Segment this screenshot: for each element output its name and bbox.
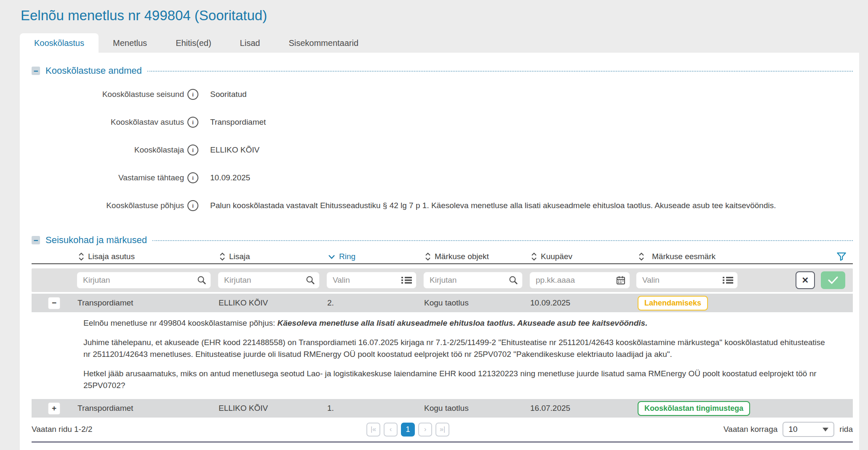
check-icon bbox=[828, 276, 839, 284]
column-label: Märkuse objekt bbox=[435, 252, 489, 261]
filter-cell-lisaja bbox=[217, 272, 326, 289]
first-page-button[interactable]: |« bbox=[366, 423, 380, 437]
cell-ring: 2. bbox=[326, 298, 422, 308]
field-tahtaeg: Vastamise tähtaeg i 10.09.2025 bbox=[32, 164, 853, 192]
filter-cell-ring bbox=[326, 272, 422, 289]
section-header-andmed: − Kooskõlastuse andmed bbox=[32, 64, 853, 77]
calendar-icon[interactable] bbox=[616, 276, 625, 285]
column-label: Märkuse eesmärk bbox=[652, 252, 716, 261]
collapse-row-button[interactable]: − bbox=[48, 297, 60, 309]
per-page-label: Vaatan korraga bbox=[724, 425, 778, 434]
page-title: Eelnõu menetlus nr 499804 (Sooritatud) bbox=[21, 8, 267, 24]
cell-kuupaev: 10.09.2025 bbox=[529, 298, 636, 308]
field-seisund: Kooskõlastuse seisund i Sooritatud bbox=[32, 80, 853, 108]
per-page-select[interactable]: 10 bbox=[783, 422, 834, 437]
page-buttons: |« ‹ 1 › »| bbox=[92, 423, 723, 437]
info-icon[interactable]: i bbox=[187, 117, 198, 128]
info-icon[interactable]: i bbox=[187, 172, 198, 183]
sort-icon bbox=[78, 252, 84, 261]
status-badge: Lahendamiseks bbox=[638, 296, 708, 311]
search-icon bbox=[197, 276, 206, 285]
section-title-seisukohad: Seisukohad ja märkused bbox=[45, 235, 147, 246]
column-header-lisaja[interactable]: Lisaja bbox=[217, 252, 326, 261]
column-header-markuse-eesmark[interactable]: Märkuse eesmärk bbox=[636, 251, 853, 262]
filter-cell-kuupaev bbox=[529, 272, 636, 289]
detail-paragraph-2: Juhime tähelepanu, et akuseade (EHR kood… bbox=[83, 337, 834, 360]
cell-lisaja: ELLIKO KÕIV bbox=[217, 298, 326, 308]
detail-paragraph-1: Eelnõu menetluse nr 499804 kooskõlastami… bbox=[83, 317, 834, 329]
column-label: Ring bbox=[339, 252, 355, 261]
sort-desc-icon bbox=[328, 254, 335, 260]
filter-input-kuupaev[interactable] bbox=[529, 272, 630, 289]
status-badge: Kooskõlastan tingimustega bbox=[638, 401, 750, 416]
field-label: Kooskõlastuse seisund bbox=[32, 90, 184, 99]
field-pohjus: Kooskõlastuse põhjus i Palun kooskõlasta… bbox=[32, 192, 853, 220]
pagination-bar: Vaatan ridu 1-2/2 |« ‹ 1 › »| Vaatan kor… bbox=[32, 421, 853, 438]
filter-input-lisaja-asutus[interactable] bbox=[77, 272, 211, 289]
column-header-markuse-objekt[interactable]: Märkuse objekt bbox=[422, 252, 529, 261]
per-page-controls: Vaatan korraga 10 rida bbox=[724, 422, 853, 437]
clear-filters-button[interactable]: ✕ bbox=[796, 271, 815, 289]
filter-icon[interactable] bbox=[836, 251, 847, 262]
sort-icon bbox=[425, 252, 431, 261]
section-dotted-divider bbox=[147, 71, 853, 72]
tab-lisad[interactable]: Lisad bbox=[226, 33, 275, 53]
info-icon[interactable]: i bbox=[187, 200, 198, 211]
tab-menetlus[interactable]: Menetlus bbox=[99, 33, 161, 53]
chevron-down-icon bbox=[823, 428, 828, 431]
info-icon[interactable]: i bbox=[187, 89, 198, 100]
tab-bar: Kooskõlastus Menetlus Ehitis(ed) Lisad S… bbox=[20, 33, 373, 53]
list-icon[interactable] bbox=[401, 276, 412, 284]
field-value: ELLIKO KÕIV bbox=[210, 145, 259, 155]
cell-kuupaev: 16.07.2025 bbox=[529, 404, 636, 413]
last-page-button[interactable]: »| bbox=[435, 423, 449, 437]
collapse-icon[interactable]: − bbox=[32, 67, 40, 75]
filter-cell-markuse-objekt bbox=[422, 272, 529, 289]
field-label: Vastamise tähtaeg bbox=[32, 173, 184, 182]
cell-markuse-eesmark: Lahendamiseks bbox=[636, 296, 853, 311]
filter-cell-lisaja-asutus bbox=[76, 272, 217, 289]
remarks-table-header: Lisaja asutus Lisaja Ring Märkuse objekt… bbox=[32, 250, 853, 264]
column-header-kuupaev[interactable]: Kuupäev bbox=[529, 252, 636, 261]
prev-page-button[interactable]: ‹ bbox=[384, 423, 398, 437]
remarks-filter-row: ✕ bbox=[32, 268, 853, 292]
expand-row-button[interactable]: + bbox=[48, 403, 60, 414]
field-value: Transpordiamet bbox=[210, 118, 266, 127]
next-page-button[interactable]: › bbox=[418, 423, 432, 437]
tab-kooskolastus[interactable]: Kooskõlastus bbox=[20, 33, 99, 53]
info-icon[interactable]: i bbox=[187, 145, 198, 155]
list-icon[interactable] bbox=[723, 276, 733, 284]
filter-input-markuse-objekt[interactable] bbox=[423, 272, 523, 289]
detail-paragraph-3: Hetkel jääb arusaamatuks, miks on antud … bbox=[83, 368, 834, 391]
collapse-icon[interactable]: − bbox=[32, 236, 40, 244]
remark-row-1: − Transpordiamet ELLIKO KÕIV 2. Kogu tao… bbox=[32, 294, 853, 312]
cell-markuse-eesmark: Kooskõlastan tingimustega bbox=[636, 401, 853, 416]
filter-cell-markuse-eesmark: ✕ bbox=[636, 271, 853, 289]
field-label: Kooskõlastav asutus bbox=[32, 118, 184, 127]
sort-icon bbox=[638, 252, 644, 261]
tab-ehitised[interactable]: Ehitis(ed) bbox=[161, 33, 225, 53]
cell-lisaja: ELLIKO KÕIV bbox=[217, 404, 326, 413]
remark-row-1-details: Eelnõu menetluse nr 499804 kooskõlastami… bbox=[32, 312, 853, 397]
filter-input-lisaja[interactable] bbox=[218, 272, 320, 289]
section-dotted-divider bbox=[152, 240, 853, 241]
section-header-seisukohad: − Seisukohad ja märkused bbox=[32, 234, 853, 246]
andmed-fields: Kooskõlastuse seisund i Sooritatud Koosk… bbox=[32, 80, 853, 220]
per-page-suffix: rida bbox=[839, 425, 853, 434]
field-value: Palun kooskõlastada vastavalt Ehitussead… bbox=[210, 201, 776, 210]
current-page-button[interactable]: 1 bbox=[401, 423, 415, 437]
field-value: Sooritatud bbox=[210, 90, 247, 99]
column-label: Lisaja bbox=[229, 252, 250, 261]
column-label: Lisaja asutus bbox=[88, 252, 135, 261]
rows-info-text: Vaatan ridu 1-2/2 bbox=[32, 425, 92, 434]
field-label: Kooskõlastaja bbox=[32, 145, 184, 155]
cell-markuse-objekt: Kogu taotlus bbox=[422, 404, 529, 413]
tab-sisekommentaarid[interactable]: Sisekommentaarid bbox=[274, 33, 373, 53]
column-header-ring[interactable]: Ring bbox=[326, 252, 422, 261]
column-header-lisaja-asutus[interactable]: Lisaja asutus bbox=[76, 252, 217, 261]
section-title-andmed: Kooskõlastuse andmed bbox=[45, 65, 142, 76]
column-label: Kuupäev bbox=[541, 252, 572, 261]
apply-filters-button[interactable] bbox=[821, 271, 845, 289]
tab-content-panel: − Kooskõlastuse andmed Kooskõlastuse sei… bbox=[20, 53, 859, 450]
remark-row-2: + Transpordiamet ELLIKO KÕIV 1. Kogu tao… bbox=[32, 399, 853, 418]
